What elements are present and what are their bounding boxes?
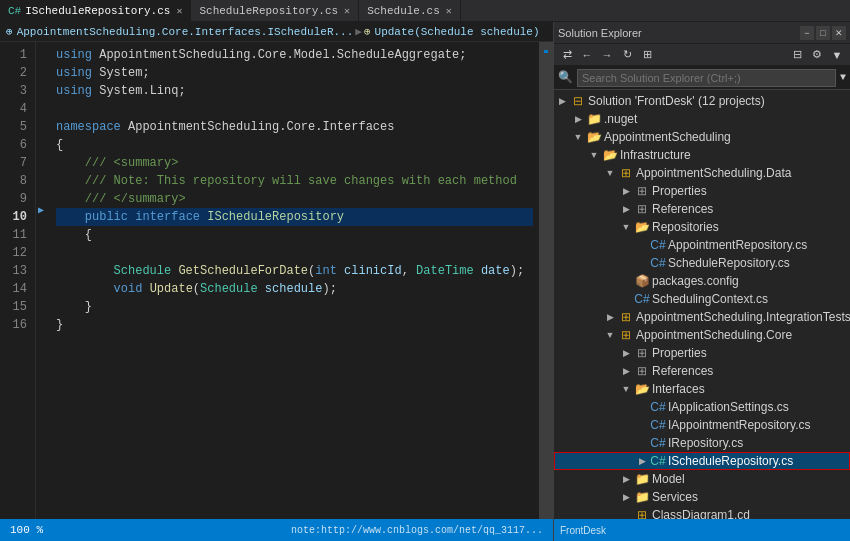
tree-item-iapptrepo[interactable]: C#IAppointmentRepository.cs (554, 416, 850, 434)
tree-label-references2: References (652, 364, 713, 378)
tree-item-infrastructure[interactable]: ▼📂Infrastructure (554, 146, 850, 164)
tree-item-model[interactable]: ▶📁Model (554, 470, 850, 488)
tab-label: IScheduleRepository.cs (25, 5, 170, 17)
se-close-button[interactable]: ✕ (832, 26, 846, 40)
tree-arrow-references1[interactable]: ▶ (618, 204, 634, 214)
close-icon[interactable]: ✕ (446, 5, 452, 17)
tree-label-nuget: .nuget (604, 112, 637, 126)
collapse-button[interactable]: ⊟ (788, 46, 806, 64)
tree-item-references1[interactable]: ▶⊞References (554, 200, 850, 218)
tab-schedrepo[interactable]: ScheduleRepository.cs ✕ (191, 0, 359, 22)
prop-icon: ⊞ (634, 346, 650, 360)
tree-arrow-interfaces[interactable]: ▼ (618, 384, 634, 394)
status-bar-left: 100 % note:http://www.cnblogs.com/net/qq… (0, 519, 553, 541)
tree-arrow-solution[interactable]: ▶ (554, 96, 570, 106)
folder-icon: 📁 (586, 112, 602, 126)
close-icon[interactable]: ✕ (344, 5, 350, 17)
tree-arrow-nuget[interactable]: ▶ (570, 114, 586, 124)
tree-item-references2[interactable]: ▶⊞References (554, 362, 850, 380)
tree-arrow-services[interactable]: ▶ (618, 492, 634, 502)
breadcrumb-method[interactable]: Update(Schedule schedule) (375, 26, 540, 38)
tree-arrow-ischedrepo[interactable]: ▶ (634, 456, 650, 466)
tree-item-solution[interactable]: ▶⊟Solution 'FrontDesk' (12 projects) (554, 92, 850, 110)
more-button[interactable]: ▼ (828, 46, 846, 64)
tree-arrow-model[interactable]: ▶ (618, 474, 634, 484)
tree-arrow-repositories1[interactable]: ▼ (618, 222, 634, 232)
tree-item-ischedrepo[interactable]: ▶C#IScheduleRepository.cs (554, 452, 850, 470)
tree-item-services[interactable]: ▶📁Services (554, 488, 850, 506)
tree-item-pkgsconfig[interactable]: 📦packages.config (554, 272, 850, 290)
search-icon: 🔍 (558, 70, 573, 85)
tree-arrow-apptdata[interactable]: ▼ (602, 168, 618, 178)
tree-item-intgtests[interactable]: ▶⊞AppointmentScheduling.IntegrationTests (554, 308, 850, 326)
breakpoint-arrow[interactable]: ▶ (38, 204, 44, 216)
tab-ischedrepo[interactable]: C# IScheduleRepository.cs ✕ (0, 0, 191, 22)
search-input[interactable] (577, 69, 836, 87)
se-titlebar: Solution Explorer − □ ✕ (554, 22, 850, 44)
tree-item-properties2[interactable]: ▶⊞Properties (554, 344, 850, 362)
tree-arrow-core[interactable]: ▼ (602, 330, 618, 340)
tab-icon: C# (8, 5, 21, 17)
tree-item-apptrepo[interactable]: C#AppointmentRepository.cs (554, 236, 850, 254)
se-pin-button[interactable]: − (800, 26, 814, 40)
tree-label-iapptrepo: IAppointmentRepository.cs (668, 418, 811, 432)
tree-arrow-intgtests[interactable]: ▶ (602, 312, 618, 322)
tree-arrow-properties2[interactable]: ▶ (618, 348, 634, 358)
tree-item-core[interactable]: ▼⊞AppointmentScheduling.Core (554, 326, 850, 344)
sync-button[interactable]: ⇄ (558, 46, 576, 64)
tree-label-iappsettings: IApplicationSettings.cs (668, 400, 789, 414)
settings-button[interactable]: ⚙ (808, 46, 826, 64)
tree-label-references1: References (652, 202, 713, 216)
tree-item-nuget[interactable]: ▶📁.nuget (554, 110, 850, 128)
folder-open-icon: 📂 (602, 148, 618, 162)
ref-icon: ⊞ (634, 364, 650, 378)
se-float-button[interactable]: □ (816, 26, 830, 40)
tree-arrow-apptscheduling[interactable]: ▼ (570, 132, 586, 142)
forward-button[interactable]: → (598, 46, 616, 64)
code-editor[interactable]: 1 2 3 4 5 6 7 8 9 10 11 12 13 14 15 16 ▶ (0, 42, 553, 519)
tree-label-pkgsconfig: packages.config (652, 274, 739, 288)
zoom-level-value[interactable]: 100 % (10, 524, 43, 536)
tree-arrow-infrastructure[interactable]: ▼ (586, 150, 602, 160)
solution-tree: ▶⊟Solution 'FrontDesk' (12 projects)▶📁.n… (554, 90, 850, 519)
tree-item-classdiagram[interactable]: ⊞ClassDiagram1.cd (554, 506, 850, 519)
tree-item-irepo[interactable]: C#IRepository.cs (554, 434, 850, 452)
editor-scrollbar[interactable] (539, 42, 553, 519)
code-lines[interactable]: using AppointmentScheduling.Core.Model.S… (50, 42, 539, 519)
folder-open-icon: 📂 (586, 130, 602, 144)
tree-label-schedrepo: ScheduleRepository.cs (668, 256, 790, 270)
tab-bar: C# IScheduleRepository.cs ✕ ScheduleRepo… (0, 0, 850, 22)
tree-label-core: AppointmentScheduling.Core (636, 328, 792, 342)
search-dropdown-icon[interactable]: ▼ (840, 72, 846, 83)
line-numbers: 1 2 3 4 5 6 7 8 9 10 11 12 13 14 15 16 (0, 42, 36, 519)
tree-item-interfaces[interactable]: ▼📂Interfaces (554, 380, 850, 398)
se-toolbar: ⇄ ← → ↻ ⊞ ⊟ ⚙ ▼ (554, 44, 850, 66)
tree-item-apptscheduling[interactable]: ▼📂AppointmentScheduling (554, 128, 850, 146)
main-layout: ⊕ AppointmentScheduling.Core.Interfaces.… (0, 22, 850, 541)
back-button[interactable]: ← (578, 46, 596, 64)
tree-item-schedrepo[interactable]: C#ScheduleRepository.cs (554, 254, 850, 272)
ref-icon: ⊞ (634, 202, 650, 216)
folder-icon: 📁 (634, 472, 650, 486)
prop-icon: ⊞ (634, 184, 650, 198)
tree-item-apptdata[interactable]: ▼⊞AppointmentScheduling.Data (554, 164, 850, 182)
breadcrumb-ns[interactable]: AppointmentScheduling.Core.Interfaces.IS… (17, 26, 354, 38)
tree-label-apptdata: AppointmentScheduling.Data (636, 166, 791, 180)
watermark-area: note:http://www.cnblogs.com/net/qq_3117.… (291, 525, 543, 536)
tab-label: Schedule.cs (367, 5, 440, 17)
tree-label-solution: Solution 'FrontDesk' (12 projects) (588, 94, 765, 108)
tree-item-repositories1[interactable]: ▼📂Repositories (554, 218, 850, 236)
close-icon[interactable]: ✕ (176, 5, 182, 17)
tree-arrow-references2[interactable]: ▶ (618, 366, 634, 376)
tab-schedule[interactable]: Schedule.cs ✕ (359, 0, 461, 22)
editor-panel: ⊕ AppointmentScheduling.Core.Interfaces.… (0, 22, 554, 541)
tree-arrow-properties1[interactable]: ▶ (618, 186, 634, 196)
code-gutter: ▶ (36, 42, 50, 519)
refresh-button[interactable]: ↻ (618, 46, 636, 64)
properties-button[interactable]: ⊞ (638, 46, 656, 64)
tree-item-properties1[interactable]: ▶⊞Properties (554, 182, 850, 200)
tree-item-schedctx[interactable]: C#SchedulingContext.cs (554, 290, 850, 308)
tree-item-iappsettings[interactable]: C#IApplicationSettings.cs (554, 398, 850, 416)
folder-open-icon: 📂 (634, 382, 650, 396)
breadcrumb: ⊕ AppointmentScheduling.Core.Interfaces.… (0, 22, 553, 42)
